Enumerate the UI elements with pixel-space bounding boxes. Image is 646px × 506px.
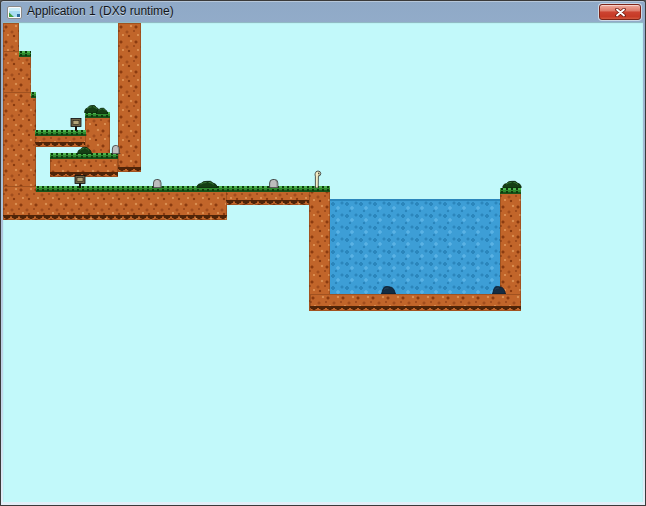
underwater-rock bbox=[381, 285, 396, 294]
pool-bottom bbox=[310, 294, 521, 311]
left-wall-mid bbox=[3, 51, 31, 97]
rock bbox=[268, 178, 280, 188]
sign-post bbox=[74, 175, 86, 188]
grass-strip bbox=[19, 51, 31, 57]
application-icon bbox=[7, 5, 22, 18]
bush bbox=[96, 107, 108, 114]
worm-character bbox=[312, 170, 323, 188]
sign-post bbox=[70, 118, 82, 131]
rock bbox=[111, 144, 121, 154]
game-viewport[interactable] bbox=[3, 22, 643, 502]
bush bbox=[77, 146, 92, 154]
level bbox=[3, 22, 643, 502]
bush bbox=[196, 180, 218, 188]
tall-column bbox=[118, 23, 141, 172]
application-window: Application 1 (DX9 runtime) bbox=[0, 0, 646, 506]
close-button[interactable] bbox=[599, 4, 641, 20]
window-title: Application 1 (DX9 runtime) bbox=[27, 1, 174, 22]
titlebar[interactable]: Application 1 (DX9 runtime) bbox=[1, 1, 645, 22]
water-pool bbox=[330, 199, 500, 294]
close-icon bbox=[615, 8, 626, 17]
rock bbox=[152, 178, 163, 188]
pool-left-wall bbox=[309, 188, 330, 311]
underwater-rock bbox=[492, 285, 506, 294]
grass-strip bbox=[31, 92, 36, 98]
bush bbox=[502, 180, 522, 188]
grass-strip bbox=[500, 188, 521, 194]
